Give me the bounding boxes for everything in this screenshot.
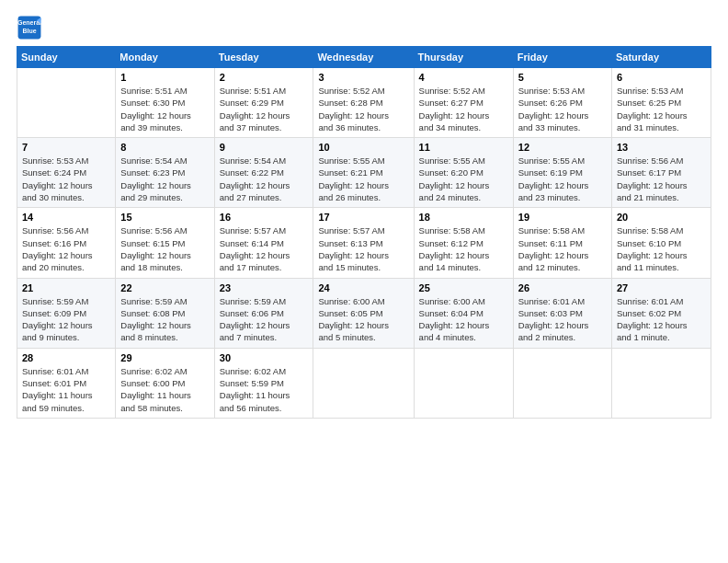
day-info: Sunrise: 5:58 AM Sunset: 6:11 PM Dayligh… — [518, 224, 607, 273]
calendar-table: SundayMondayTuesdayWednesdayThursdayFrid… — [17, 46, 711, 419]
calendar-cell: 22Sunrise: 5:59 AM Sunset: 6:08 PM Dayli… — [116, 278, 214, 348]
day-info: Sunrise: 6:02 AM Sunset: 6:00 PM Dayligh… — [120, 365, 209, 414]
calendar-cell — [513, 348, 611, 418]
week-row-4: 21Sunrise: 5:59 AM Sunset: 6:09 PM Dayli… — [17, 278, 711, 348]
day-info: Sunrise: 5:59 AM Sunset: 6:09 PM Dayligh… — [22, 295, 110, 344]
day-number: 19 — [518, 212, 607, 223]
day-info: Sunrise: 5:55 AM Sunset: 6:19 PM Dayligh… — [518, 155, 607, 203]
calendar-cell: 29Sunrise: 6:02 AM Sunset: 6:00 PM Dayli… — [116, 348, 214, 418]
day-info: Sunrise: 6:01 AM Sunset: 6:02 PM Dayligh… — [617, 295, 706, 344]
day-info: Sunrise: 5:52 AM Sunset: 6:27 PM Dayligh… — [419, 85, 508, 133]
calendar-cell: 27Sunrise: 6:01 AM Sunset: 6:02 PM Dayli… — [612, 278, 711, 348]
day-info: Sunrise: 5:56 AM Sunset: 6:16 PM Dayligh… — [22, 224, 110, 273]
calendar-cell: 6Sunrise: 5:53 AM Sunset: 6:25 PM Daylig… — [612, 68, 711, 138]
day-number: 14 — [22, 212, 110, 223]
day-number: 10 — [318, 142, 408, 153]
day-number: 4 — [419, 72, 508, 83]
day-info: Sunrise: 5:57 AM Sunset: 6:14 PM Dayligh… — [220, 224, 309, 273]
day-number: 6 — [617, 72, 706, 83]
col-header-friday: Friday — [513, 47, 611, 68]
day-info: Sunrise: 5:57 AM Sunset: 6:13 PM Dayligh… — [318, 224, 408, 273]
day-info: Sunrise: 5:58 AM Sunset: 6:12 PM Dayligh… — [419, 224, 508, 273]
day-info: Sunrise: 6:01 AM Sunset: 6:01 PM Dayligh… — [22, 365, 110, 414]
week-row-1: 1Sunrise: 5:51 AM Sunset: 6:30 PM Daylig… — [17, 68, 711, 138]
day-number: 12 — [518, 142, 607, 153]
day-number: 5 — [518, 72, 607, 83]
calendar-cell: 15Sunrise: 5:56 AM Sunset: 6:15 PM Dayli… — [116, 208, 214, 278]
svg-text:Blue: Blue — [22, 28, 36, 34]
week-row-3: 14Sunrise: 5:56 AM Sunset: 6:16 PM Dayli… — [17, 208, 711, 278]
day-info: Sunrise: 5:54 AM Sunset: 6:23 PM Dayligh… — [120, 155, 209, 203]
col-header-monday: Monday — [116, 47, 214, 68]
calendar-cell: 7Sunrise: 5:53 AM Sunset: 6:24 PM Daylig… — [17, 138, 116, 208]
day-info: Sunrise: 6:00 AM Sunset: 6:05 PM Dayligh… — [318, 295, 408, 344]
day-number: 30 — [220, 352, 309, 363]
calendar-cell: 21Sunrise: 5:59 AM Sunset: 6:09 PM Dayli… — [17, 278, 116, 348]
day-number: 18 — [419, 212, 508, 223]
day-number: 21 — [22, 282, 110, 293]
day-number: 28 — [22, 352, 110, 363]
col-header-sunday: Sunday — [17, 47, 116, 68]
day-number: 13 — [617, 142, 706, 153]
day-info: Sunrise: 6:02 AM Sunset: 5:59 PM Dayligh… — [220, 365, 309, 414]
calendar-cell: 10Sunrise: 5:55 AM Sunset: 6:21 PM Dayli… — [313, 138, 414, 208]
col-header-wednesday: Wednesday — [313, 47, 414, 68]
day-info: Sunrise: 5:55 AM Sunset: 6:20 PM Dayligh… — [419, 155, 508, 203]
calendar-cell — [313, 348, 414, 418]
header-row: SundayMondayTuesdayWednesdayThursdayFrid… — [17, 47, 711, 68]
calendar-cell: 11Sunrise: 5:55 AM Sunset: 6:20 PM Dayli… — [414, 138, 513, 208]
calendar-cell: 18Sunrise: 5:58 AM Sunset: 6:12 PM Dayli… — [414, 208, 513, 278]
calendar-cell: 5Sunrise: 5:53 AM Sunset: 6:26 PM Daylig… — [513, 68, 611, 138]
day-number: 17 — [318, 212, 408, 223]
day-number: 2 — [220, 72, 309, 83]
day-number: 22 — [120, 282, 209, 293]
day-info: Sunrise: 5:56 AM Sunset: 6:15 PM Dayligh… — [120, 224, 209, 273]
logo-icon: General Blue — [17, 15, 42, 40]
day-number: 9 — [220, 142, 309, 153]
day-number: 16 — [220, 212, 309, 223]
day-info: Sunrise: 5:59 AM Sunset: 6:08 PM Dayligh… — [120, 295, 209, 344]
day-info: Sunrise: 6:00 AM Sunset: 6:04 PM Dayligh… — [419, 295, 508, 344]
calendar-cell: 13Sunrise: 5:56 AM Sunset: 6:17 PM Dayli… — [612, 138, 711, 208]
day-number: 26 — [518, 282, 607, 293]
day-number: 29 — [120, 352, 209, 363]
day-number: 25 — [419, 282, 508, 293]
col-header-saturday: Saturday — [612, 47, 711, 68]
calendar-cell: 14Sunrise: 5:56 AM Sunset: 6:16 PM Dayli… — [17, 208, 116, 278]
day-number: 8 — [120, 142, 209, 153]
col-header-tuesday: Tuesday — [214, 47, 313, 68]
calendar-cell: 17Sunrise: 5:57 AM Sunset: 6:13 PM Dayli… — [313, 208, 414, 278]
calendar-cell: 12Sunrise: 5:55 AM Sunset: 6:19 PM Dayli… — [513, 138, 611, 208]
calendar-cell: 26Sunrise: 6:01 AM Sunset: 6:03 PM Dayli… — [513, 278, 611, 348]
day-info: Sunrise: 5:55 AM Sunset: 6:21 PM Dayligh… — [318, 155, 408, 203]
logo: General Blue — [17, 15, 46, 40]
day-info: Sunrise: 5:58 AM Sunset: 6:10 PM Dayligh… — [617, 224, 706, 273]
calendar-cell — [414, 348, 513, 418]
day-number: 15 — [120, 212, 209, 223]
calendar-cell: 3Sunrise: 5:52 AM Sunset: 6:28 PM Daylig… — [313, 68, 414, 138]
day-number: 11 — [419, 142, 508, 153]
day-number: 1 — [120, 72, 209, 83]
day-number: 3 — [318, 72, 408, 83]
day-info: Sunrise: 5:53 AM Sunset: 6:26 PM Dayligh… — [518, 85, 607, 133]
day-info: Sunrise: 5:53 AM Sunset: 6:25 PM Dayligh… — [617, 85, 706, 133]
day-number: 20 — [617, 212, 706, 223]
calendar-cell: 2Sunrise: 5:51 AM Sunset: 6:29 PM Daylig… — [214, 68, 313, 138]
calendar-cell: 20Sunrise: 5:58 AM Sunset: 6:10 PM Dayli… — [612, 208, 711, 278]
calendar-cell: 24Sunrise: 6:00 AM Sunset: 6:05 PM Dayli… — [313, 278, 414, 348]
day-number: 7 — [22, 142, 110, 153]
calendar-cell: 8Sunrise: 5:54 AM Sunset: 6:23 PM Daylig… — [116, 138, 214, 208]
calendar-cell — [612, 348, 711, 418]
day-number: 23 — [220, 282, 309, 293]
calendar-cell: 23Sunrise: 5:59 AM Sunset: 6:06 PM Dayli… — [214, 278, 313, 348]
calendar-cell: 16Sunrise: 5:57 AM Sunset: 6:14 PM Dayli… — [214, 208, 313, 278]
calendar-cell: 25Sunrise: 6:00 AM Sunset: 6:04 PM Dayli… — [414, 278, 513, 348]
calendar-cell: 1Sunrise: 5:51 AM Sunset: 6:30 PM Daylig… — [116, 68, 214, 138]
day-info: Sunrise: 5:59 AM Sunset: 6:06 PM Dayligh… — [220, 295, 309, 344]
calendar-cell: 9Sunrise: 5:54 AM Sunset: 6:22 PM Daylig… — [214, 138, 313, 208]
day-info: Sunrise: 5:54 AM Sunset: 6:22 PM Dayligh… — [220, 155, 309, 203]
day-info: Sunrise: 5:56 AM Sunset: 6:17 PM Dayligh… — [617, 155, 706, 203]
calendar-cell: 30Sunrise: 6:02 AM Sunset: 5:59 PM Dayli… — [214, 348, 313, 418]
day-info: Sunrise: 5:52 AM Sunset: 6:28 PM Dayligh… — [318, 85, 408, 133]
calendar-cell: 28Sunrise: 6:01 AM Sunset: 6:01 PM Dayli… — [17, 348, 116, 418]
